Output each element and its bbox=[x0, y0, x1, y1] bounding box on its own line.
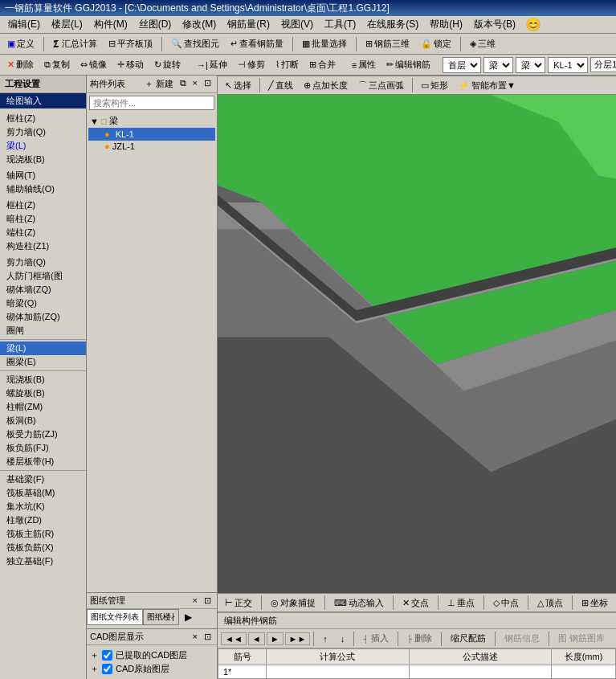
btn-dynamic-input[interactable]: ⌨ 动态输入 bbox=[330, 595, 388, 611]
btn-perp[interactable]: ⊥ 垂点 bbox=[443, 595, 479, 611]
left-item-anzhu[interactable]: 暗柱(Z) bbox=[0, 212, 86, 226]
left-item-fabanjichi[interactable]: 筏板基础(M) bbox=[0, 486, 86, 500]
left-item-banshoulizj[interactable]: 板受力筋(ZJ) bbox=[0, 427, 86, 441]
search-input[interactable] bbox=[89, 96, 214, 110]
btn-snap[interactable]: ◎ 对象捕捉 bbox=[267, 595, 320, 611]
btn-three-point[interactable]: ⌒ 三点画弧 bbox=[354, 78, 408, 93]
btn-insert[interactable]: ┤ 插入 bbox=[357, 631, 394, 646]
tab-floor-view[interactable]: 图纸楼∤ bbox=[143, 609, 179, 625]
btn-rebar-info[interactable]: 钢筋信息 bbox=[499, 631, 545, 646]
left-item-zhudun[interactable]: 柱墩(ZD) bbox=[0, 513, 86, 527]
btn-rect[interactable]: ▭ 矩形 bbox=[417, 78, 452, 93]
copy-component-btn[interactable]: ⧉ bbox=[177, 77, 189, 91]
btn-merge[interactable]: ⊞ 合并 bbox=[305, 57, 340, 72]
btn-extend[interactable]: →| 延伸 bbox=[193, 57, 231, 72]
cell-length[interactable] bbox=[552, 665, 616, 679]
menu-online[interactable]: 在线服务(S) bbox=[362, 16, 423, 33]
btn-del-rebar[interactable]: ├ 删除 bbox=[402, 631, 438, 646]
left-item-jianliqiang2[interactable]: 剪力墙(Q) bbox=[0, 256, 86, 269]
left-item-renfang[interactable]: 人防门框墙(图 bbox=[0, 269, 86, 283]
tab-file-list[interactable]: 图纸文件列表 bbox=[87, 609, 143, 625]
member-select[interactable]: KL-1 bbox=[548, 57, 588, 73]
menu-view[interactable]: 视图(V) bbox=[276, 16, 318, 33]
tree-node-kl1[interactable]: ● KL-1 bbox=[88, 128, 215, 141]
left-item-gouzaozhu[interactable]: 构造柱(Z1) bbox=[0, 239, 86, 253]
btn-coord[interactable]: ⊞ 坐标 bbox=[577, 595, 612, 611]
menu-edit[interactable]: 编辑(E) bbox=[3, 16, 45, 33]
menu-component[interactable]: 构件(M) bbox=[89, 16, 133, 33]
close-panel-btn[interactable]: × bbox=[190, 77, 200, 91]
btn-add-length[interactable]: ⊕ 点加长度 bbox=[300, 78, 352, 93]
btn-endpoint[interactable]: △ 顶点 bbox=[533, 595, 567, 611]
btn-edit-rebar[interactable]: ✏ 编辑钢筋 bbox=[382, 57, 434, 72]
float-panel-btn[interactable]: ⊡ bbox=[202, 77, 214, 91]
left-item-fuzzhouzhou[interactable]: 辅助轴线(O) bbox=[0, 182, 86, 196]
drawing-area[interactable] bbox=[218, 95, 616, 593]
left-item-drawing[interactable]: 绘图输入 bbox=[0, 93, 86, 108]
left-item-jishuikeng[interactable]: 集水坑(K) bbox=[0, 500, 86, 513]
menu-rebar[interactable]: 钢筋量(R) bbox=[222, 16, 275, 33]
cad-layer-original-checkbox[interactable] bbox=[102, 664, 112, 674]
left-item-dulijichu[interactable]: 独立基础(F) bbox=[0, 554, 86, 568]
left-item-luoxuanb[interactable]: 螺旋板(B) bbox=[0, 387, 86, 400]
left-item-anliang[interactable]: 暗梁(Q) bbox=[0, 297, 86, 310]
left-item-zhuhao[interactable]: 柱帽(ZM) bbox=[0, 400, 86, 414]
cell-id[interactable]: 1* bbox=[218, 665, 267, 679]
type-select2[interactable]: 梁 bbox=[516, 57, 545, 73]
left-item-banfujin[interactable]: 板负筋(FJ) bbox=[0, 441, 86, 455]
left-item-bandong[interactable]: 板洞(B) bbox=[0, 414, 86, 427]
float-floor-btn[interactable]: ⊡ bbox=[202, 595, 214, 607]
btn-align-top[interactable]: ⊟ 平齐板顶 bbox=[104, 36, 157, 51]
left-item-jianliqiang[interactable]: 剪力墙(Q) bbox=[0, 125, 86, 139]
btn-prev[interactable]: ◄ bbox=[248, 632, 265, 645]
btn-up[interactable]: ↑ bbox=[317, 632, 333, 645]
btn-midpoint[interactable]: ◇ 中点 bbox=[489, 595, 523, 611]
btn-batch-select[interactable]: ▦ 批量选择 bbox=[298, 36, 351, 51]
left-item-kuangzhu2[interactable]: 框柱(Z) bbox=[0, 198, 86, 212]
btn-select[interactable]: ↖ 选择 bbox=[221, 78, 255, 93]
btn-delete[interactable]: ✕ 删除 bbox=[3, 57, 38, 72]
floor-select[interactable]: 首层 bbox=[443, 57, 481, 73]
float-cad-btn[interactable]: ⊡ bbox=[202, 631, 214, 643]
cell-desc[interactable] bbox=[409, 665, 552, 679]
left-item-loucengbd[interactable]: 楼层板带(H) bbox=[0, 455, 86, 468]
btn-break[interactable]: ⌇ 打断 bbox=[271, 57, 303, 72]
btn-3d[interactable]: ◈ 三维 bbox=[466, 36, 500, 51]
left-item-xianjiaob[interactable]: 现浇板(B) bbox=[0, 153, 86, 166]
btn-rotate[interactable]: ↻ 旋转 bbox=[150, 57, 185, 72]
left-item-duanzhu[interactable]: 端柱(Z) bbox=[0, 226, 86, 239]
cad-layer-original[interactable]: ＋ CAD原始图层 bbox=[90, 662, 214, 676]
btn-calc[interactable]: Σ Σ 汇总计算 bbox=[49, 36, 101, 51]
tree-node-jzl1[interactable]: ● JZL-1 bbox=[88, 141, 215, 152]
close-cad-btn[interactable]: × bbox=[190, 631, 200, 643]
left-item-xianjiaob2[interactable]: 现浇板(B) bbox=[0, 373, 86, 387]
left-item-liang[interactable]: 梁(L) bbox=[0, 139, 86, 153]
btn-first[interactable]: ◄◄ bbox=[221, 632, 247, 645]
cell-formula[interactable] bbox=[267, 665, 410, 679]
btn-property[interactable]: ≡ 属性 bbox=[348, 57, 380, 72]
left-item-quanjian[interactable]: 圈闸 bbox=[0, 324, 86, 337]
menu-help[interactable]: 帮助(H) bbox=[425, 16, 467, 33]
btn-down[interactable]: ↓ bbox=[335, 632, 351, 645]
btn-move[interactable]: ✛ 移动 bbox=[113, 57, 148, 72]
btn-mirror[interactable]: ⇔ 镜像 bbox=[76, 57, 111, 72]
left-item-qitijin[interactable]: 砌体加筋(ZQ) bbox=[0, 310, 86, 324]
close-floor-btn[interactable]: × bbox=[190, 595, 200, 607]
btn-view-rebar[interactable]: ↵ 查看钢筋量 bbox=[226, 36, 288, 51]
left-item-fabanzj[interactable]: 筏板主筋(R) bbox=[0, 527, 86, 541]
tree-node-folder[interactable]: ▼ □ 梁 bbox=[88, 114, 215, 128]
left-item-quanliang[interactable]: 圈梁(E) bbox=[0, 355, 86, 369]
btn-line[interactable]: ╱ 直线 bbox=[264, 78, 297, 93]
btn-last[interactable]: ►► bbox=[285, 632, 311, 645]
btn-copy[interactable]: ⧉ 复制 bbox=[40, 57, 74, 72]
btn-scale-rebar[interactable]: 缩尺配筋 bbox=[445, 631, 492, 646]
left-item-jichuliang[interactable]: 基础梁(F) bbox=[0, 472, 86, 486]
menu-floor[interactable]: 楼层(L) bbox=[47, 16, 88, 33]
left-item-fabanfj[interactable]: 筏板负筋(X) bbox=[0, 541, 86, 554]
btn-find[interactable]: 🔍 查找图元 bbox=[167, 36, 223, 51]
btn-rebar-lib[interactable]: 图 钢筋图库 bbox=[553, 631, 610, 646]
layer-select-btn[interactable]: 分层1 ▼ bbox=[590, 57, 616, 72]
menu-modify[interactable]: 修改(M) bbox=[177, 16, 221, 33]
btn-intersect[interactable]: ✕ 交点 bbox=[398, 595, 433, 611]
type-select1[interactable]: 梁 bbox=[483, 57, 513, 73]
